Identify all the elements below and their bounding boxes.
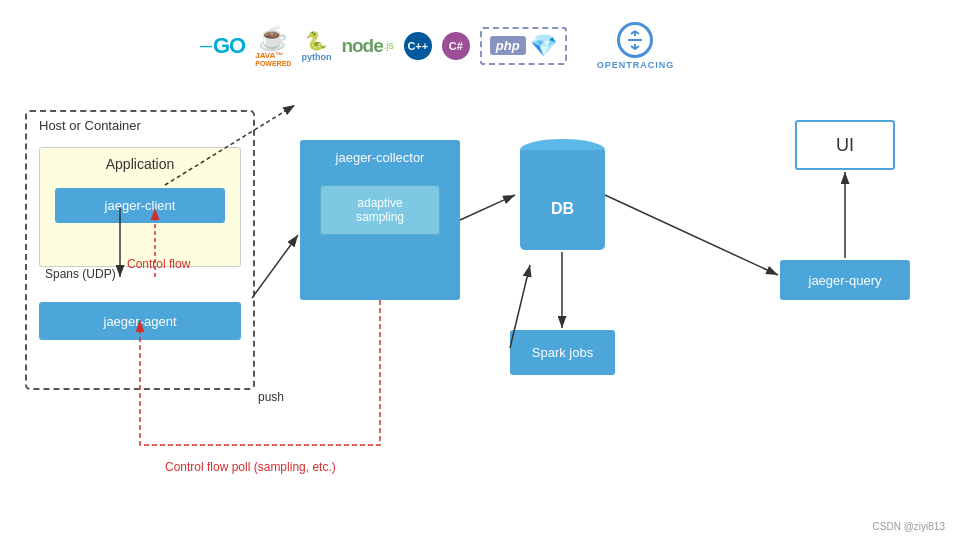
adaptive-sampling-box: adaptivesampling [320,185,440,235]
csharp-text: C# [449,40,463,52]
host-container-box: Host or Container Application jaeger-cli… [25,110,255,390]
opentracing-text: OPENTRACING [597,60,675,70]
ruby-icon: 💎 [530,33,557,59]
php-ruby-logo: php 💎 [480,27,567,65]
control-flow-label: Control flow [127,257,190,271]
java-cup-icon: ☕ [258,24,288,52]
host-label: Host or Container [39,118,141,133]
opentracing-icon [617,22,653,58]
db-cylinder-body: DB [520,150,605,250]
jaeger-agent-box: jaeger-agent [39,302,241,340]
cpp-text: C++ [407,40,428,52]
python-snake-icon: 🐍 [305,30,327,52]
jaeger-client-label: jaeger-client [105,198,176,213]
python-text: python [301,52,331,62]
spark-jobs-box: Spark jobs [510,330,615,375]
main-diagram: Host or Container Application jaeger-cli… [10,90,950,510]
jaeger-agent-label: jaeger-agent [104,314,177,329]
adaptive-sampling-label: adaptivesampling [356,196,404,224]
jaeger-query-box: jaeger-query [780,260,910,300]
collector-to-db-arrow [460,195,515,220]
db-label: DB [520,200,605,218]
node-text: node [341,35,382,57]
python-logo: 🐍 python [301,30,331,62]
go-text: GO [213,33,245,59]
node-logo: node .js [341,35,393,57]
control-flow-bottom-label: Control flow poll (sampling, etc.) [165,460,336,474]
logos-bar: — GO ☕ JAVA™POWERED 🐍 python node .js C+… [200,18,940,73]
java-logo: ☕ JAVA™POWERED [255,24,291,68]
jaeger-collector-box: jaeger-collector adaptivesampling [300,140,460,300]
opentracing-svg-icon [623,28,647,52]
db-container: DB [520,150,605,250]
spark-jobs-label: Spark jobs [532,345,593,360]
java-powered-text: JAVA™POWERED [255,52,291,68]
ui-box: UI [795,120,895,170]
csharp-logo: C# [442,32,470,60]
jaeger-client-box: jaeger-client [55,188,225,223]
jaeger-query-label: jaeger-query [809,273,882,288]
db-to-query-arrow [605,195,778,275]
jaeger-collector-label: jaeger-collector [336,150,425,165]
application-label: Application [40,156,240,172]
opentracing-logo: OPENTRACING [597,22,675,70]
go-logo: — GO [200,33,245,59]
application-box: Application jaeger-client [39,147,241,267]
ui-label: UI [836,135,854,156]
cpp-logo: C++ [404,32,432,60]
watermark: CSDN @ziyi813 [873,521,945,532]
push-label: push [258,390,284,404]
node-js-text: .js [384,40,394,51]
php-text: php [490,36,526,55]
spans-udp-label: Spans (UDP) [45,267,116,281]
agent-to-collector-arrow [252,235,298,298]
